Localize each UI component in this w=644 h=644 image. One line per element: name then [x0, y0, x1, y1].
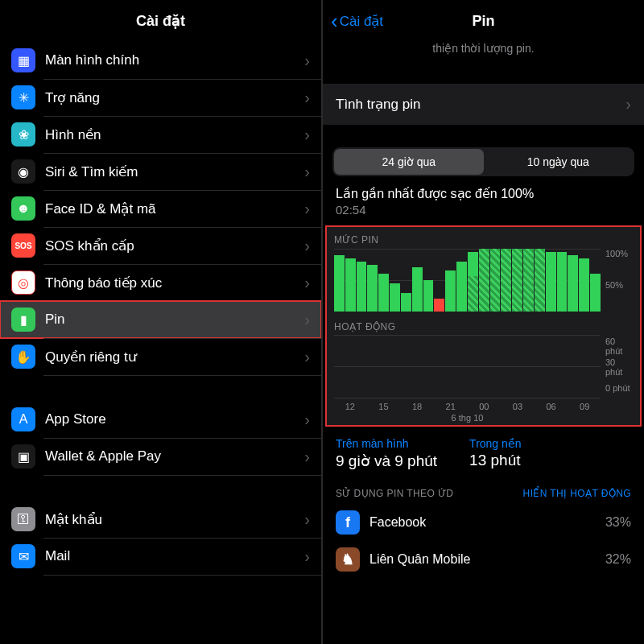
sidebar-item-label: Quyền riêng tư: [45, 349, 304, 365]
activity-chart-title: HOẠT ĐỘNG: [334, 321, 633, 332]
app-name: Liên Quân Mobile: [369, 552, 605, 567]
level-bar: [423, 280, 434, 312]
battery-pane: ‹ Cài đặt Pin thiện thời lượng pin. Tình…: [323, 0, 644, 644]
app-usage-list: fFacebook33%♞Liên Quân Mobile32%: [323, 504, 644, 578]
sidebar-item-privacy[interactable]: ✋Quyền riêng tư›: [0, 338, 321, 375]
level-bar: [501, 249, 511, 312]
sidebar-item-passwords[interactable]: ⚿Mật khẩu›: [0, 501, 321, 538]
time-range-segmented: 24 giờ qua 10 ngày qua: [332, 147, 634, 176]
chevron-right-icon: ›: [304, 163, 310, 181]
privacy-icon: ✋: [11, 345, 35, 369]
chevron-right-icon: ›: [625, 95, 631, 114]
sidebar-item-label: App Store: [45, 411, 304, 427]
chevron-right-icon: ›: [304, 52, 310, 70]
level-bar: [579, 258, 589, 312]
level-bar: [434, 299, 444, 312]
sidebar-item-siri[interactable]: ◉Siri & Tìm kiếm›: [0, 153, 321, 190]
sidebar-item-label: Face ID & Mật mã: [45, 200, 304, 217]
level-y-axis: 100% 50%: [601, 249, 633, 312]
level-bar: [546, 252, 556, 312]
faceid-icon: ☻: [11, 196, 35, 221]
activity-chart: 60 phút 30 phút 0 phút: [334, 336, 633, 398]
last-charge-time: 02:54: [336, 203, 631, 217]
app-icon: ♞: [336, 547, 360, 572]
sidebar-item-mail[interactable]: ✉Mail›: [0, 538, 321, 575]
segment-10d[interactable]: 10 ngày qua: [484, 149, 634, 175]
mail-icon: ✉: [11, 544, 35, 568]
chevron-right-icon: ›: [304, 411, 310, 429]
sidebar-item-exposure[interactable]: ◎Thông báo tiếp xúc›: [0, 264, 321, 301]
sidebar-item-label: Pin: [45, 312, 304, 328]
siri-icon: ◉: [11, 159, 35, 184]
nav-bar: ‹ Cài đặt Pin: [323, 0, 644, 42]
level-bar: [378, 274, 389, 312]
back-button[interactable]: ‹ Cài đặt: [331, 10, 383, 31]
chevron-right-icon: ›: [304, 311, 310, 329]
sidebar-item-accessibility[interactable]: ✳Trợ năng›: [0, 79, 321, 116]
chevron-left-icon: ‹: [331, 10, 338, 31]
show-activity-button[interactable]: HIỂN THỊ HOẠT ĐỘNG: [523, 488, 631, 499]
chevron-right-icon: ›: [304, 126, 310, 144]
sidebar-item-wallpaper[interactable]: ❀Hình nền›: [0, 116, 321, 153]
level-bar: [557, 252, 568, 312]
app-row[interactable]: ♞Liên Quân Mobile32%: [323, 541, 644, 578]
battery-level-chart-title: MỨC PIN: [334, 234, 633, 246]
level-bar: [568, 255, 578, 312]
level-bar: [590, 274, 601, 312]
level-bar: [412, 267, 423, 312]
level-bar: [401, 293, 411, 312]
level-bar: [456, 262, 467, 312]
chevron-right-icon: ›: [304, 348, 310, 366]
sidebar-item-wallet[interactable]: ▣Wallet & Apple Pay›: [0, 438, 321, 475]
last-charge-title: Lần gần nhất được sạc đến 100%: [336, 186, 631, 201]
segment-24h[interactable]: 24 giờ qua: [334, 149, 484, 175]
app-percent: 32%: [605, 552, 631, 567]
sidebar-item-battery[interactable]: ▮Pin›: [0, 301, 321, 338]
wallpaper-icon: ❀: [11, 122, 35, 147]
settings-pane: Cài đặt ▦Màn hình chính›✳Trợ năng›❀Hình …: [0, 0, 323, 644]
level-bar: [334, 255, 345, 312]
x-axis-date: 6 thg 10: [334, 413, 633, 423]
wallet-icon: ▣: [11, 444, 35, 469]
exposure-icon: ◎: [11, 270, 35, 295]
level-bar: [535, 249, 545, 312]
back-label: Cài đặt: [340, 13, 383, 30]
battery-level-chart: 100% 50%: [334, 249, 633, 312]
sos-icon: SOS: [11, 233, 35, 258]
level-bar: [468, 252, 478, 312]
sidebar-item-label: Trợ năng: [45, 89, 304, 106]
sidebar-item-home-screen[interactable]: ▦Màn hình chính›: [0, 42, 321, 79]
page-title: Pin: [472, 13, 494, 30]
activity-y-axis: 60 phút 30 phút 0 phút: [601, 336, 633, 398]
charts-container: MỨC PIN 100% 50% HOẠT ĐỘNG 60 phút 30 ph…: [326, 226, 641, 426]
last-charge-block: Lần gần nhất được sạc đến 100% 02:54: [323, 176, 644, 223]
on-screen-usage: Trên màn hình 9 giờ và 9 phút: [336, 437, 437, 470]
sidebar-item-label: Mật khẩu: [45, 511, 304, 528]
settings-list-store: AApp Store›▣Wallet & Apple Pay›: [0, 401, 321, 475]
settings-list-accounts: ⚿Mật khẩu›✉Mail›: [0, 501, 321, 575]
app-row[interactable]: fFacebook33%: [323, 504, 644, 541]
sidebar-item-label: SOS khẩn cấp: [45, 237, 304, 254]
level-bar: [512, 249, 522, 312]
sidebar-item-sos[interactable]: SOSSOS khẩn cấp›: [0, 227, 321, 264]
sidebar-item-label: Mail: [45, 548, 304, 564]
sidebar-item-faceid[interactable]: ☻Face ID & Mật mã›: [0, 190, 321, 227]
level-bar: [479, 249, 489, 312]
level-bar: [390, 283, 400, 312]
app-icon: f: [336, 510, 360, 535]
level-bar: [445, 270, 456, 312]
sidebar-item-appstore[interactable]: AApp Store›: [0, 401, 321, 438]
passwords-icon: ⚿: [11, 507, 35, 531]
chevron-right-icon: ›: [304, 200, 310, 218]
battery-health-cell[interactable]: Tình trạng pin ›: [323, 84, 644, 125]
note-text: thiện thời lượng pin.: [323, 42, 644, 61]
page-title: Cài đặt: [0, 0, 321, 42]
level-bar: [345, 258, 356, 312]
x-axis-ticks: 1215182100030609: [334, 402, 633, 411]
app-usage-header: SỬ DỤNG PIN THEO ỨD HIỂN THỊ HOẠT ĐỘNG: [323, 473, 644, 504]
battery-icon: ▮: [11, 308, 35, 332]
level-bar: [490, 249, 501, 312]
sidebar-item-label: Thông báo tiếp xúc: [45, 275, 304, 291]
appstore-icon: A: [11, 407, 35, 431]
sidebar-item-label: Màn hình chính: [45, 52, 304, 68]
